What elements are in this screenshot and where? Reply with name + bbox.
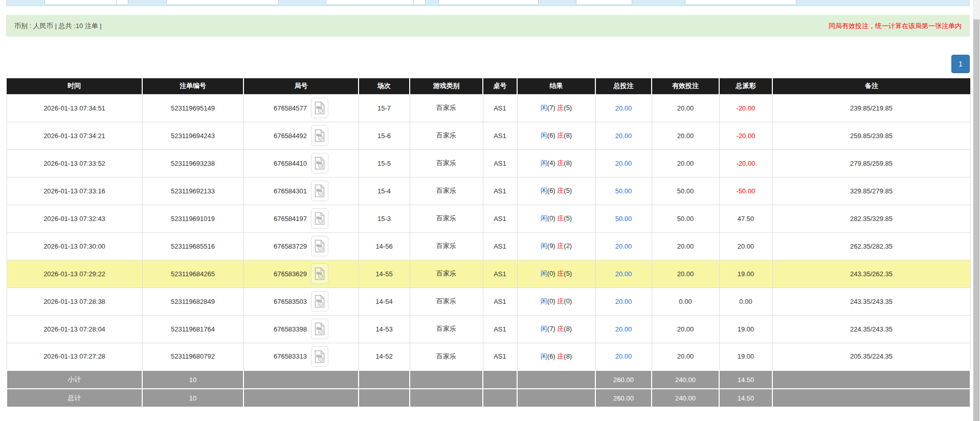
cell-game-type: 百家乐 [410, 149, 483, 177]
total-row-valid-bet: 240.00 [652, 389, 719, 407]
cell-table-no: AS1 [483, 122, 517, 149]
cell-table-no: AS1 [483, 260, 517, 287]
cell-result: 闲(7) 庄(5) [517, 94, 595, 122]
table-row: 2026-01-13 07:30:00523119685516676583729… [7, 232, 970, 260]
video-replay-button[interactable] [311, 319, 328, 339]
filter-input-stub[interactable] [576, 0, 632, 5]
cell-total-bet: 50.00 [595, 177, 652, 205]
filter-input-stub[interactable] [685, 0, 796, 5]
cell-time: 2026-01-13 07:33:52 [7, 149, 142, 177]
scrollbar-thumb[interactable] [973, 19, 979, 421]
cell-valid-bet: 20.00 [652, 232, 719, 260]
col-header-round-id: 局号 [243, 78, 359, 94]
filter-select-stub[interactable] [44, 0, 128, 5]
cell-game-type: 百家乐 [410, 94, 483, 122]
result-banker-score: (5) [564, 270, 572, 277]
col-header-total-bet: 总投注 [595, 78, 652, 94]
empty-cell [483, 389, 517, 407]
cell-valid-bet: 20.00 [652, 260, 719, 287]
empty-cell [359, 389, 410, 407]
cell-time: 2026-01-13 07:30:00 [7, 232, 142, 260]
video-icon [315, 295, 325, 308]
cell-session: 14-55 [359, 260, 410, 287]
result-player-label: 闲 [541, 352, 547, 360]
video-replay-button[interactable] [311, 153, 328, 173]
cell-payout: 19.00 [719, 260, 772, 287]
cell-round: 676584301 [243, 177, 359, 205]
table-row: 2026-01-13 07:28:04523119681764676583398… [7, 315, 970, 343]
round-id: 676583729 [274, 242, 307, 250]
cell-remark: 239.85/219.85 [772, 94, 970, 122]
result-player-score: (6) [547, 187, 555, 194]
cell-session: 15-5 [359, 149, 410, 177]
filter-select-stub[interactable] [326, 0, 426, 5]
cell-payout: -50.00 [719, 177, 772, 205]
cell-payout: -20.00 [719, 94, 772, 122]
result-banker-score: (8) [564, 131, 572, 139]
cell-result: 闲(6) 庄(8) [517, 343, 595, 370]
cell-valid-bet: 20.00 [652, 315, 719, 343]
cell-result: 闲(7) 庄(8) [517, 315, 595, 343]
table-row: 2026-01-13 07:34:21523119694243676584492… [7, 122, 970, 149]
cell-round: 676583313 [243, 343, 359, 370]
cell-time: 2026-01-13 07:32:43 [7, 205, 142, 232]
result-banker-score: (2) [564, 242, 572, 250]
filter-input-stub[interactable] [166, 0, 279, 5]
cell-total-bet: 20.00 [595, 122, 652, 149]
round-id: 676583629 [274, 270, 307, 278]
cell-total-bet: 20.00 [595, 343, 652, 370]
video-replay-button[interactable] [311, 98, 328, 118]
scrollbar[interactable] [973, 0, 980, 421]
video-replay-button[interactable] [311, 181, 328, 201]
result-player-label: 闲 [541, 131, 547, 139]
video-icon [315, 184, 325, 197]
round-wrap: 676583313 [244, 346, 359, 367]
subtotal-row-total-bet: 260.00 [595, 370, 652, 389]
video-replay-button[interactable] [311, 263, 328, 284]
result-banker-label: 庄 [557, 352, 564, 360]
video-replay-button[interactable] [311, 291, 328, 312]
video-icon [315, 267, 325, 280]
cell-round: 676584492 [243, 122, 359, 149]
video-icon [315, 239, 325, 253]
col-header-time: 时间 [7, 78, 142, 94]
result-banker-label: 庄 [557, 131, 564, 139]
video-replay-button[interactable] [311, 208, 328, 229]
video-replay-button[interactable] [311, 346, 328, 367]
valid-bet-note: 同局有效投注，统一计算在该局第一张注单内 [829, 21, 962, 31]
cell-bet-id: 523119694243 [142, 122, 243, 149]
cell-payout: 0.00 [719, 287, 772, 315]
total-row: 总计10260.00240.0014.50 [7, 389, 970, 407]
cell-bet-id: 523119685516 [142, 232, 243, 260]
filter-input-stub[interactable] [438, 0, 539, 5]
cell-time: 2026-01-13 07:28:38 [7, 287, 142, 315]
page-button-1[interactable]: 1 [951, 55, 970, 73]
cell-table-no: AS1 [483, 205, 517, 232]
cell-result: 闲(0) 庄(5) [517, 205, 595, 232]
cell-table-no: AS1 [483, 343, 517, 370]
total-row-payout: 14.50 [719, 389, 772, 407]
cell-game-type: 百家乐 [410, 177, 483, 205]
cell-round: 676583729 [243, 232, 359, 260]
video-icon [315, 322, 325, 336]
empty-cell [243, 389, 359, 407]
total-row-label: 总计 [7, 389, 142, 407]
result-banker-label: 庄 [557, 214, 564, 222]
cell-session: 15-6 [359, 122, 410, 149]
video-replay-button[interactable] [311, 125, 328, 146]
round-id: 676583503 [274, 298, 307, 305]
cell-game-type: 百家乐 [410, 260, 483, 287]
video-replay-button[interactable] [311, 236, 328, 256]
result-player-score: (6) [547, 352, 555, 360]
cell-total-bet: 20.00 [595, 287, 652, 315]
cell-payout: 20.00 [719, 232, 772, 260]
cell-time: 2026-01-13 07:34:21 [7, 122, 142, 149]
cell-remark: 282.35/329.85 [772, 205, 970, 232]
col-header-bet-id: 注单编号 [142, 78, 243, 94]
round-wrap: 676584410 [244, 153, 359, 173]
cell-table-no: AS1 [483, 177, 517, 205]
round-wrap: 676584197 [244, 208, 359, 229]
col-header-valid-bet: 有效投注 [652, 78, 719, 94]
cell-payout: 19.00 [719, 343, 772, 370]
cell-total-bet: 20.00 [595, 94, 652, 122]
